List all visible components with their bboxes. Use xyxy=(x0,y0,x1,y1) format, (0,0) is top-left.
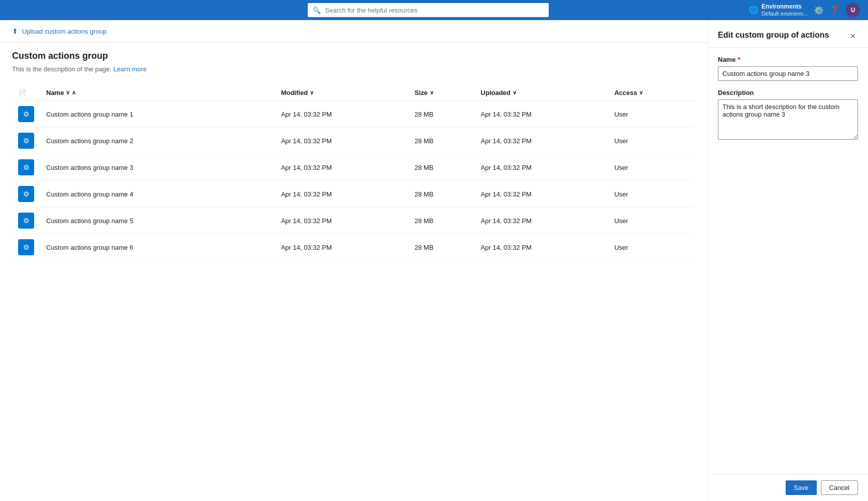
row-size: 28 MB xyxy=(409,154,475,181)
file-icon: 📄 xyxy=(18,89,26,96)
side-panel-body: Name * Description xyxy=(708,48,868,474)
search-input[interactable] xyxy=(325,7,544,14)
help-icon[interactable]: ❓ xyxy=(830,6,840,15)
search-icon: 🔍 xyxy=(313,7,321,14)
file-type-icon: ⚙ xyxy=(18,213,34,229)
upload-bar[interactable]: ⬆ Upload custom actions group xyxy=(0,20,707,43)
table-row[interactable]: ⚙Custom actions group name 4Apr 14, 03:3… xyxy=(12,181,695,208)
description-label: Description xyxy=(718,89,858,96)
row-uploaded: Apr 14, 03:32 PM xyxy=(475,128,608,154)
page-description: This is the description of the page. Lea… xyxy=(12,65,695,73)
table-row[interactable]: ⚙Custom actions group name 2Apr 14, 03:3… xyxy=(12,128,695,154)
row-access: User xyxy=(608,101,695,128)
col-size-chevron: ∨ xyxy=(430,89,434,96)
row-name: Custom actions group name 2 xyxy=(40,128,275,154)
col-modified-chevron: ∨ xyxy=(310,89,314,96)
name-input[interactable] xyxy=(718,66,858,81)
col-access-label: Access xyxy=(614,89,638,96)
row-modified: Apr 14, 03:32 PM xyxy=(275,208,409,234)
file-type-icon: ⚙ xyxy=(18,159,34,175)
row-access: User xyxy=(608,234,695,261)
cancel-button[interactable]: Cancel xyxy=(821,480,858,495)
row-icon-cell: ⚙ xyxy=(12,181,40,208)
file-type-icon: ⚙ xyxy=(18,106,34,122)
row-uploaded: Apr 14, 03:32 PM xyxy=(475,181,608,208)
col-size-label: Size xyxy=(415,89,428,96)
gear-icon[interactable]: ⚙️ xyxy=(814,6,824,15)
close-button[interactable]: ✕ xyxy=(848,31,858,41)
row-icon-cell: ⚙ xyxy=(12,128,40,154)
table-container: 📄 Name ∨ ∧ Modified ∨ xyxy=(0,77,707,261)
row-icon-cell: ⚙ xyxy=(12,154,40,181)
col-modified[interactable]: Modified ∨ xyxy=(275,85,409,101)
row-name: Custom actions group name 3 xyxy=(40,154,275,181)
row-access: User xyxy=(608,181,695,208)
row-uploaded: Apr 14, 03:32 PM xyxy=(475,208,608,234)
row-modified: Apr 14, 03:32 PM xyxy=(275,154,409,181)
row-size: 28 MB xyxy=(409,234,475,261)
col-name-sort-up: ∧ xyxy=(72,89,76,96)
file-type-icon: ⚙ xyxy=(18,186,34,202)
col-name-sort-down: ∨ xyxy=(66,89,70,96)
table-row[interactable]: ⚙Custom actions group name 1Apr 14, 03:3… xyxy=(12,101,695,128)
col-uploaded-chevron: ∨ xyxy=(513,89,517,96)
col-access-chevron: ∨ xyxy=(639,89,643,96)
row-modified: Apr 14, 03:32 PM xyxy=(275,181,409,208)
table-header-row: 📄 Name ∨ ∧ Modified ∨ xyxy=(12,85,695,101)
row-modified: Apr 14, 03:32 PM xyxy=(275,234,409,261)
file-type-icon: ⚙ xyxy=(18,239,34,255)
environment-icon: 🌐 xyxy=(749,5,759,15)
row-size: 28 MB xyxy=(409,101,475,128)
col-uploaded[interactable]: Uploaded ∨ xyxy=(475,85,608,101)
row-name: Custom actions group name 1 xyxy=(40,101,275,128)
environment-label: Environments xyxy=(762,3,808,10)
row-uploaded: Apr 14, 03:32 PM xyxy=(475,234,608,261)
row-uploaded: Apr 14, 03:32 PM xyxy=(475,154,608,181)
name-label: Name * xyxy=(718,56,858,63)
data-table: 📄 Name ∨ ∧ Modified ∨ xyxy=(12,85,695,261)
row-icon-cell: ⚙ xyxy=(12,208,40,234)
row-size: 28 MB xyxy=(409,181,475,208)
col-name[interactable]: Name ∨ ∧ xyxy=(40,85,275,101)
row-access: User xyxy=(608,208,695,234)
row-name: Custom actions group name 5 xyxy=(40,208,275,234)
col-uploaded-label: Uploaded xyxy=(481,89,511,96)
col-size[interactable]: Size ∨ xyxy=(409,85,475,101)
table-row[interactable]: ⚙Custom actions group name 6Apr 14, 03:3… xyxy=(12,234,695,261)
page-title: Custom actions group xyxy=(12,51,695,61)
search-box[interactable]: 🔍 xyxy=(308,3,549,17)
description-field-group: Description xyxy=(718,89,858,141)
table-row[interactable]: ⚙Custom actions group name 3Apr 14, 03:3… xyxy=(12,154,695,181)
description-textarea[interactable] xyxy=(718,99,858,140)
col-access[interactable]: Access ∨ xyxy=(608,85,695,101)
side-panel: Edit custom group of actions ✕ Name * De… xyxy=(707,20,868,501)
table-body: ⚙Custom actions group name 1Apr 14, 03:3… xyxy=(12,101,695,261)
nav-right: 🌐 Environments Default environm... ⚙️ ❓ … xyxy=(749,3,860,17)
name-field-group: Name * xyxy=(718,56,858,81)
row-modified: Apr 14, 03:32 PM xyxy=(275,128,409,154)
table-row[interactable]: ⚙Custom actions group name 5Apr 14, 03:3… xyxy=(12,208,695,234)
environment-block[interactable]: 🌐 Environments Default environm... xyxy=(749,3,808,17)
row-icon-cell: ⚙ xyxy=(12,101,40,128)
page-desc-text: This is the description of the page. xyxy=(12,65,111,73)
environment-text: Environments Default environm... xyxy=(762,3,808,17)
top-nav: 🔍 🌐 Environments Default environm... ⚙️ … xyxy=(0,0,868,20)
save-button[interactable]: Save xyxy=(786,480,817,495)
side-panel-title: Edit custom group of actions xyxy=(718,30,829,41)
page-header: Custom actions group This is the descrip… xyxy=(0,43,707,77)
side-panel-footer: Save Cancel xyxy=(708,474,868,501)
row-uploaded: Apr 14, 03:32 PM xyxy=(475,101,608,128)
row-size: 28 MB xyxy=(409,208,475,234)
environment-name: Default environm... xyxy=(762,11,808,17)
upload-label: Upload custom actions group xyxy=(22,28,106,35)
main-layout: ⬆ Upload custom actions group Custom act… xyxy=(0,20,868,501)
avatar[interactable]: U xyxy=(846,3,860,17)
row-icon-cell: ⚙ xyxy=(12,234,40,261)
col-name-label: Name xyxy=(46,89,64,96)
nav-center: 🔍 xyxy=(108,3,749,17)
row-size: 28 MB xyxy=(409,128,475,154)
learn-more-link[interactable]: Learn more xyxy=(113,65,147,73)
upload-icon: ⬆ xyxy=(12,27,18,35)
row-access: User xyxy=(608,128,695,154)
row-name: Custom actions group name 6 xyxy=(40,234,275,261)
